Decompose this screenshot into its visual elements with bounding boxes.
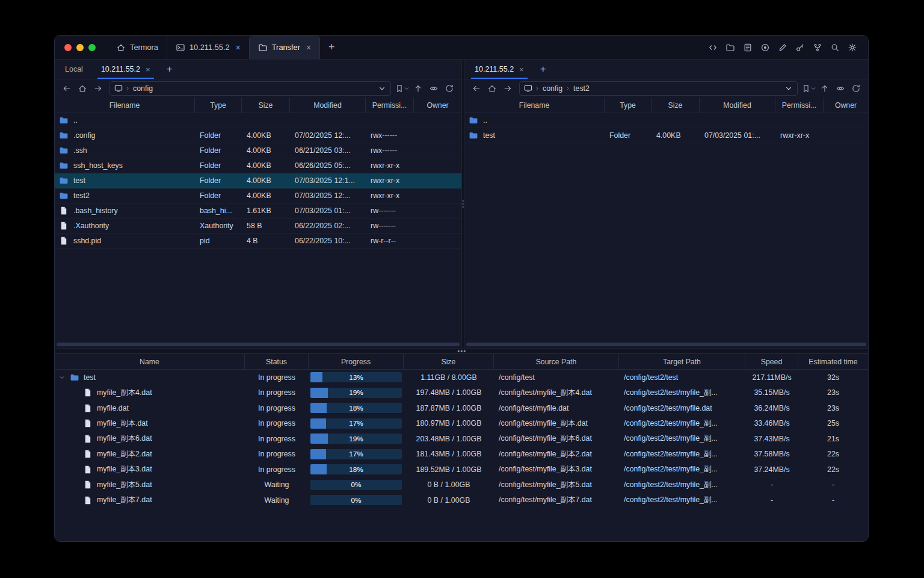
folder-button[interactable] <box>722 40 738 55</box>
path-dropdown-chevron-icon[interactable] <box>784 84 793 93</box>
transfer-row[interactable]: myfile_副本7.datWaiting0%0 B / 1.00GB/conf… <box>55 493 868 508</box>
add-pane-tab-button[interactable]: + <box>159 60 180 79</box>
transfer-row[interactable]: myfile.datIn progress18%187.87MB / 1.00G… <box>55 400 868 416</box>
home-button[interactable] <box>75 81 90 96</box>
column-header-progress[interactable]: Progress <box>309 354 404 369</box>
title-tab-termora[interactable]: Termora <box>108 36 167 59</box>
column-header-source-path[interactable]: Source Path <box>494 354 619 369</box>
horizontal-splitter[interactable] <box>55 348 868 354</box>
pane-tab-10-211-55-2[interactable]: 10.211.55.2× <box>92 60 159 79</box>
transfer-row[interactable]: myfile_副本.datIn progress17%180.97MB / 1.… <box>55 416 868 432</box>
file-row[interactable]: .. <box>464 113 868 128</box>
gear-button[interactable] <box>845 40 860 55</box>
column-header-filename[interactable]: Filename <box>464 98 605 113</box>
transfer-row[interactable]: myfile_副本2.datIn progress17%181.43MB / 1… <box>55 447 868 462</box>
column-header-modified[interactable]: Modified <box>290 98 366 113</box>
close-tab-icon[interactable]: × <box>306 43 311 52</box>
path-segment[interactable]: test2 <box>572 84 591 93</box>
transfer-eta: 22s <box>798 450 868 458</box>
back-button[interactable] <box>469 81 484 96</box>
close-tab-icon[interactable]: × <box>519 66 524 73</box>
transfer-row[interactable]: myfile_副本4.datIn progress19%197.48MB / 1… <box>55 385 868 401</box>
transfer-eta: 23s <box>798 388 868 397</box>
path-segment[interactable]: config <box>132 84 154 93</box>
back-button[interactable] <box>60 81 74 96</box>
column-header-size[interactable]: Size <box>651 98 700 113</box>
column-header-type[interactable]: Type <box>195 98 242 113</box>
transfer-row[interactable]: myfile_副本5.datWaiting0%0 B / 1.00GB/conf… <box>55 477 868 493</box>
add-title-tab-button[interactable]: + <box>320 36 343 59</box>
eye-button[interactable] <box>833 81 848 96</box>
column-header-estimated-time[interactable]: Estimated time <box>798 354 868 369</box>
up-button[interactable] <box>818 81 832 96</box>
file-row[interactable]: ssh_host_keysFolder4.00KB06/26/2025 05:.… <box>55 158 461 173</box>
progress-bar: 19% <box>310 388 402 398</box>
branch-button[interactable] <box>810 40 825 55</box>
close-tab-icon[interactable]: × <box>236 43 241 52</box>
column-header-size[interactable]: Size <box>404 354 494 369</box>
column-header-owner[interactable]: Owner <box>414 98 461 113</box>
column-header-filename[interactable]: Filename <box>55 98 195 113</box>
column-header-name[interactable]: Name <box>55 354 245 369</box>
minimize-window-button[interactable] <box>76 44 84 51</box>
refresh-button[interactable] <box>442 81 457 96</box>
file-row[interactable]: testFolder4.00KB07/03/2025 12:1...rwxr-x… <box>55 173 461 188</box>
breadcrumb-chevron-icon <box>124 85 131 92</box>
nav-buttons <box>60 81 105 96</box>
transfer-row[interactable]: myfile_副本3.datIn progress18%189.52MB / 1… <box>55 462 868 477</box>
clipboard-button[interactable] <box>740 40 755 55</box>
file-row[interactable]: sshd.pidpid4 B06/22/2025 10:...rw-r--r-- <box>55 234 461 249</box>
column-header-modified[interactable]: Modified <box>700 98 775 113</box>
file-row[interactable]: .configFolder4.00KB07/02/2025 12:...rwx-… <box>55 128 461 143</box>
close-window-button[interactable] <box>64 44 72 51</box>
column-header-speed[interactable]: Speed <box>745 354 798 369</box>
folder-icon <box>59 161 69 170</box>
file-row[interactable]: testFolder4.00KB07/03/2025 01:...rwxr-xr… <box>464 128 868 143</box>
expand-chevron-icon[interactable] <box>58 374 66 381</box>
record-button[interactable] <box>757 40 772 55</box>
path-bar[interactable]: configtest2 <box>519 81 798 96</box>
column-header-permissi[interactable]: Permissi... <box>775 98 824 113</box>
column-header-status[interactable]: Status <box>245 354 309 369</box>
file-row[interactable]: .XauthorityXauthority58 B06/22/2025 02:.… <box>55 219 461 234</box>
key-button[interactable] <box>792 40 807 55</box>
search-button[interactable] <box>827 40 842 55</box>
eye-button[interactable] <box>427 81 441 96</box>
horizontal-scrollbar[interactable] <box>466 343 866 346</box>
path-bar[interactable]: config <box>109 81 391 96</box>
column-header-permissi[interactable]: Permissi... <box>366 98 414 113</box>
transfer-row[interactable]: myfile_副本6.datIn progress19%203.48MB / 1… <box>55 431 868 447</box>
transfer-row[interactable]: testIn progress13%1.11GB / 8.00GB/config… <box>55 370 868 385</box>
path-segment[interactable]: config <box>541 84 564 93</box>
horizontal-scrollbar[interactable] <box>57 343 460 346</box>
pencil-button[interactable] <box>775 40 790 55</box>
column-header-size[interactable]: Size <box>242 98 290 113</box>
column-header-target-path[interactable]: Target Path <box>619 354 745 369</box>
column-header-type[interactable]: Type <box>605 98 651 113</box>
title-tab-10-211-55-2[interactable]: 10.211.55.2× <box>167 36 249 59</box>
bookmark-button[interactable] <box>395 81 410 96</box>
bookmark-button[interactable] <box>802 81 816 96</box>
transfer-size: 1.11GB / 8.00GB <box>404 373 494 382</box>
forward-button[interactable] <box>91 81 105 96</box>
home-button[interactable] <box>485 81 499 96</box>
file-permissions: rw------- <box>366 222 414 230</box>
column-header-owner[interactable]: Owner <box>824 98 868 113</box>
add-pane-tab-button[interactable]: + <box>533 60 553 79</box>
path-dropdown-chevron-icon[interactable] <box>377 84 387 93</box>
refresh-button[interactable] <box>849 81 863 96</box>
pane-tab-10-211-55-2[interactable]: 10.211.55.2× <box>466 60 533 79</box>
title-tab-transfer[interactable]: Transfer× <box>249 36 320 59</box>
zoom-window-button[interactable] <box>88 44 96 51</box>
file-row[interactable]: .sshFolder4.00KB06/21/2025 03:...rwx----… <box>55 143 461 158</box>
nav-buttons <box>469 81 515 96</box>
file-row[interactable]: .bash_historybash_hi...1.61KB07/03/2025 … <box>55 204 461 219</box>
file-icon <box>83 449 93 459</box>
close-tab-icon[interactable]: × <box>146 66 150 73</box>
pane-tab-local[interactable]: Local <box>56 60 92 79</box>
file-row[interactable]: test2Folder4.00KB07/03/2025 12:...rwxr-x… <box>55 188 461 204</box>
forward-button[interactable] <box>500 81 515 96</box>
file-row[interactable]: .. <box>55 113 461 128</box>
up-button[interactable] <box>411 81 425 96</box>
code-button[interactable] <box>705 40 720 55</box>
